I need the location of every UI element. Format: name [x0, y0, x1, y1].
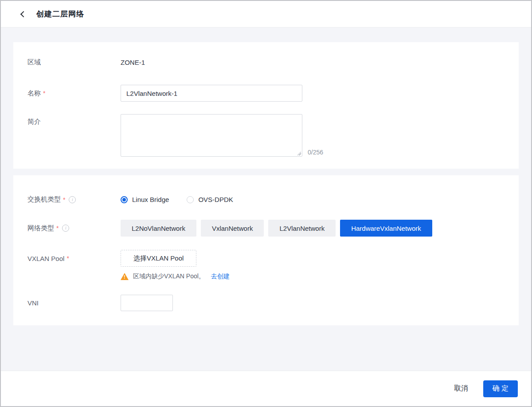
radio-label: OVS-DPDK	[198, 196, 233, 203]
vxlan-pool-warning-row: 区域内缺少VXLAN Pool。 去创建	[27, 267, 505, 281]
warning-text: 区域内缺少VXLAN Pool。	[133, 273, 205, 281]
char-counter: 0/256	[308, 149, 323, 156]
network-type-l2novlan[interactable]: L2NoVlanNetwork	[121, 220, 196, 237]
basic-info-card: 区域 ZONE-1 名称 * 简介 0/256	[13, 42, 519, 169]
vni-input[interactable]	[121, 295, 173, 311]
zone-label: 区域	[27, 58, 41, 67]
warning-icon	[121, 273, 129, 280]
description-label: 简介	[27, 118, 41, 126]
name-row: 名称 *	[27, 85, 505, 102]
network-type-button-group: L2NoVlanNetwork VxlanNetwork L2VlanNetwo…	[121, 220, 437, 237]
info-icon[interactable]: i	[69, 196, 76, 203]
vxlan-pool-label: VXLAN Pool	[27, 255, 64, 262]
select-vxlan-pool-button[interactable]: 选择VXLAN Pool	[121, 250, 196, 267]
zone-label-col: 区域	[27, 58, 121, 67]
info-icon[interactable]: i	[62, 225, 69, 232]
switch-type-row: 交换机类型 * i Linux Bridge OVS-DPDK	[27, 195, 505, 204]
required-asterisk: *	[63, 196, 65, 203]
radio-selected-icon	[121, 196, 128, 203]
name-label-col: 名称 *	[27, 89, 121, 98]
back-button[interactable]	[21, 12, 26, 16]
confirm-button[interactable]: 确 定	[483, 380, 518, 397]
name-input[interactable]	[121, 85, 302, 102]
zone-value: ZONE-1	[121, 59, 145, 66]
radio-unselected-icon	[187, 196, 194, 203]
vxlan-pool-row: VXLAN Pool * 选择VXLAN Pool	[27, 250, 505, 267]
switch-type-label-col: 交换机类型 * i	[27, 195, 121, 204]
description-textarea[interactable]	[121, 114, 302, 157]
warning-line: 区域内缺少VXLAN Pool。 去创建	[121, 273, 230, 281]
page-title: 创建二层网络	[36, 9, 84, 19]
zone-row: 区域 ZONE-1	[27, 58, 505, 67]
switch-type-radio-group: Linux Bridge OVS-DPDK	[121, 196, 251, 203]
network-type-row: 网络类型 * i L2NoVlanNetwork VxlanNetwork L2…	[27, 220, 505, 237]
network-type-label: 网络类型	[27, 224, 54, 233]
network-type-label-col: 网络类型 * i	[27, 224, 121, 233]
name-label: 名称	[27, 89, 41, 98]
go-create-link[interactable]: 去创建	[211, 273, 230, 281]
description-row: 简介 0/256	[27, 114, 505, 157]
chevron-left-icon	[20, 11, 27, 17]
radio-ovs-dpdk[interactable]: OVS-DPDK	[187, 196, 233, 203]
required-asterisk: *	[66, 255, 69, 262]
network-type-hardware-vxlan[interactable]: HardwareVxlanNetwork	[340, 220, 432, 237]
resize-handle-icon[interactable]	[297, 151, 301, 155]
network-type-vxlan[interactable]: VxlanNetwork	[201, 220, 264, 237]
switch-type-label: 交换机类型	[27, 195, 61, 204]
description-textarea-wrap	[121, 114, 302, 157]
vni-label: VNI	[27, 299, 39, 307]
vni-row: VNI	[27, 295, 505, 311]
page-header: 创建二层网络	[1, 1, 531, 28]
description-label-col: 简介	[27, 114, 121, 126]
required-asterisk: *	[43, 90, 45, 97]
vni-label-col: VNI	[27, 299, 121, 307]
cancel-button[interactable]: 取消	[454, 384, 468, 393]
action-footer: 取消 确 定	[1, 371, 531, 406]
vxlan-pool-label-col: VXLAN Pool *	[27, 255, 121, 262]
form-content: 区域 ZONE-1 名称 * 简介 0/256 交换机类型	[1, 28, 531, 325]
network-type-l2vlan[interactable]: L2VlanNetwork	[268, 220, 336, 237]
network-settings-card: 交换机类型 * i Linux Bridge OVS-DPDK 网络类型 * i	[13, 175, 519, 325]
radio-linux-bridge[interactable]: Linux Bridge	[121, 196, 169, 203]
required-asterisk: *	[56, 225, 59, 232]
radio-label: Linux Bridge	[132, 196, 169, 203]
